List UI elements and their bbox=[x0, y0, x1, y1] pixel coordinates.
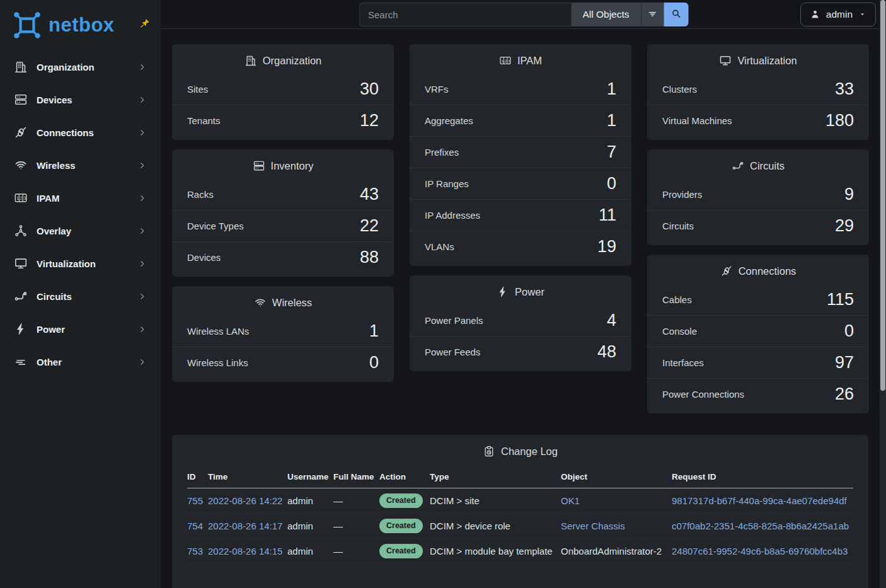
stat-label: Cables bbox=[662, 294, 692, 305]
column-header-action: Action bbox=[379, 466, 430, 488]
svg-text:3: 3 bbox=[23, 196, 26, 200]
stat-row-circuits[interactable]: Circuits29 bbox=[647, 210, 869, 241]
bolt-icon bbox=[14, 322, 28, 336]
cell-request-id: 24807c61-9952-49c6-b8a5-69760bfcc4b3 bbox=[672, 539, 853, 564]
search-input[interactable] bbox=[359, 3, 571, 26]
card-title-text: IPAM bbox=[517, 55, 542, 67]
stat-row-power-panels[interactable]: Power Panels4 bbox=[410, 305, 631, 336]
netbox-logo-icon[interactable] bbox=[11, 9, 43, 41]
scrollbar-thumb[interactable] bbox=[880, 0, 885, 391]
sidebar-item-label: Other bbox=[37, 357, 129, 367]
filter-button[interactable] bbox=[641, 3, 664, 26]
column-header-full-name: Full Name bbox=[333, 466, 379, 488]
stat-cards: OrganizationSites30Tenants12InventoryRac… bbox=[172, 44, 886, 413]
stat-row-virtual-machines[interactable]: Virtual Machines180 bbox=[647, 105, 869, 136]
change-log-row: 7552022-08-26 14:22admin—CreatedDCIM > s… bbox=[187, 488, 853, 514]
stat-row-aggregates[interactable]: Aggregates1 bbox=[410, 105, 631, 136]
pin-sidebar-icon[interactable] bbox=[139, 18, 151, 29]
stat-row-clusters[interactable]: Clusters33 bbox=[647, 74, 869, 105]
stat-row-tenants[interactable]: Tenants12 bbox=[172, 105, 394, 136]
person-icon bbox=[810, 9, 820, 20]
chevron-right-icon bbox=[137, 259, 147, 268]
sidebar-item-circuits[interactable]: Circuits bbox=[4, 282, 157, 310]
chevron-right-icon bbox=[137, 161, 147, 170]
card-title: Power bbox=[410, 275, 631, 305]
card-title-text: Organization bbox=[263, 55, 322, 67]
stat-row-sites[interactable]: Sites30 bbox=[172, 74, 394, 105]
stat-label: VLANs bbox=[425, 241, 454, 252]
stat-row-devices[interactable]: Devices88 bbox=[172, 241, 394, 273]
sidebar-item-organization[interactable]: Organization bbox=[4, 53, 157, 81]
sidebar-item-wireless[interactable]: Wireless bbox=[4, 151, 157, 179]
filter-icon bbox=[647, 8, 659, 21]
stat-label: Circuits bbox=[662, 221, 694, 231]
stat-row-prefixes[interactable]: Prefixes7 bbox=[410, 136, 631, 168]
status-badge: Created bbox=[379, 544, 423, 558]
stat-row-power-feeds[interactable]: Power Feeds48 bbox=[410, 336, 631, 367]
stat-row-wireless-lans[interactable]: Wireless LANs1 bbox=[172, 316, 394, 347]
vertical-scrollbar[interactable] bbox=[880, 0, 886, 588]
stat-value: 26 bbox=[835, 386, 854, 403]
stat-value: 33 bbox=[835, 81, 854, 98]
card-title-text: Power bbox=[515, 286, 544, 298]
logo-text[interactable]: netbox bbox=[49, 14, 115, 37]
cell-id: 753 bbox=[187, 539, 208, 564]
counter-icon: 123 bbox=[14, 191, 28, 205]
cell-request-id-link[interactable]: 24807c61-9952-49c6-b8a5-69760bfcc4b3 bbox=[672, 546, 848, 556]
cell-id-link[interactable]: 754 bbox=[187, 521, 203, 531]
sidebar-item-power[interactable]: Power bbox=[4, 315, 157, 343]
stat-row-vlans[interactable]: VLANs19 bbox=[410, 231, 631, 262]
stat-row-interfaces[interactable]: Interfaces97 bbox=[647, 347, 869, 378]
cell-time-link[interactable]: 2022-08-26 14:15 bbox=[208, 546, 282, 556]
chevron-right-icon bbox=[137, 325, 147, 334]
cell-id-link[interactable]: 755 bbox=[187, 495, 203, 506]
cell-time-link[interactable]: 2022-08-26 14:17 bbox=[208, 521, 282, 531]
stat-row-vrfs[interactable]: VRFs1 bbox=[410, 74, 631, 105]
stat-label: Aggregates bbox=[425, 115, 473, 126]
stat-row-wireless-links[interactable]: Wireless Links0 bbox=[172, 347, 394, 378]
stat-row-providers[interactable]: Providers9 bbox=[647, 179, 869, 210]
stat-value: 22 bbox=[360, 217, 379, 234]
cell-id: 755 bbox=[187, 488, 208, 514]
cell-object-link[interactable]: Server Chassis bbox=[561, 521, 625, 531]
search-scope-button[interactable]: All Objects bbox=[571, 3, 641, 26]
cell-object-link[interactable]: OK1 bbox=[561, 495, 580, 506]
card-column: 123IPAMVRFs1Aggregates1Prefixes7IP Range… bbox=[410, 44, 631, 371]
sidebar-item-other[interactable]: Other bbox=[4, 348, 157, 376]
stat-value: 1 bbox=[607, 81, 616, 98]
stat-row-cables[interactable]: Cables115 bbox=[647, 284, 869, 315]
user-menu-button[interactable]: admin bbox=[800, 3, 876, 26]
stat-row-ip-addresses[interactable]: IP Addresses11 bbox=[410, 199, 631, 231]
server-icon bbox=[253, 159, 265, 172]
cell-object: OK1 bbox=[561, 488, 672, 514]
lines-icon bbox=[14, 355, 28, 369]
brand: netbox bbox=[0, 0, 161, 48]
sidebar-item-devices[interactable]: Devices bbox=[4, 86, 157, 113]
card-wireless: WirelessWireless LANs1Wireless Links0 bbox=[172, 286, 394, 382]
stat-row-racks[interactable]: Racks43 bbox=[172, 179, 394, 210]
sidebar-item-label: Connections bbox=[37, 127, 129, 138]
wifi-icon bbox=[254, 296, 267, 309]
sidebar-item-overlay[interactable]: Overlay bbox=[4, 217, 157, 245]
sidebar-menu: OrganizationDevicesConnectionsWireless12… bbox=[0, 53, 161, 376]
card-title: 123IPAM bbox=[410, 44, 631, 74]
stat-label: Providers bbox=[662, 189, 702, 200]
transit-icon bbox=[732, 159, 744, 172]
stat-row-device-types[interactable]: Device Types22 bbox=[172, 210, 394, 241]
stat-value: 7 bbox=[607, 144, 616, 161]
stat-row-ip-ranges[interactable]: IP Ranges0 bbox=[410, 168, 631, 199]
stat-label: Device Types bbox=[187, 221, 244, 231]
sidebar-item-virtualization[interactable]: Virtualization bbox=[4, 250, 157, 277]
search-submit-button[interactable] bbox=[664, 3, 688, 26]
stat-row-power-connections[interactable]: Power Connections26 bbox=[647, 378, 869, 410]
stat-row-console[interactable]: Console0 bbox=[647, 315, 869, 347]
sidebar-item-ipam[interactable]: 123IPAM bbox=[4, 184, 157, 212]
clipboard-clock-icon bbox=[483, 445, 495, 458]
sidebar-item-connections[interactable]: Connections bbox=[4, 118, 157, 146]
cell-request-id-link[interactable]: 9817317d-b67f-440a-99ca-4ae07ede94df bbox=[672, 495, 847, 506]
cell-id-link[interactable]: 753 bbox=[187, 546, 203, 556]
cell-request-id-link[interactable]: c07f0ab2-2351-4c58-825a-8b6a2425a1ab bbox=[672, 521, 849, 531]
cell-time-link[interactable]: 2022-08-26 14:22 bbox=[208, 495, 282, 506]
sidebar-item-label: Overlay bbox=[37, 226, 129, 236]
stat-value: 0 bbox=[369, 354, 379, 371]
